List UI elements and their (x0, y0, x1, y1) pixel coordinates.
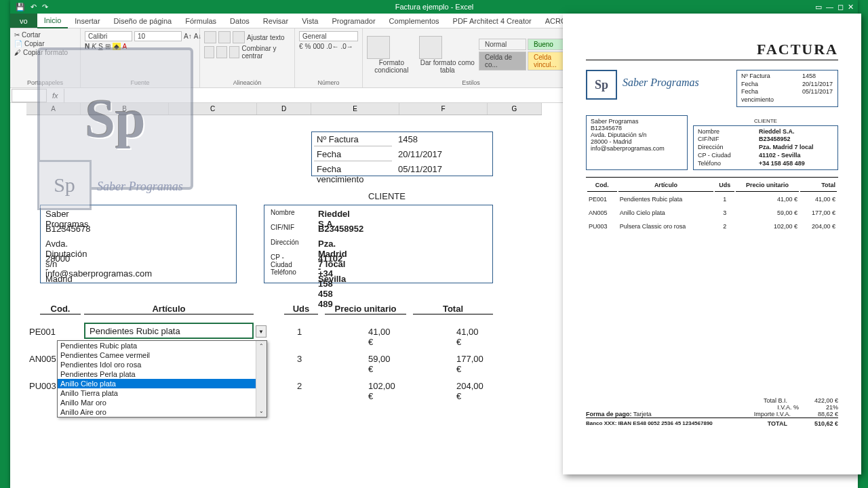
row1-uds[interactable]: 1 (294, 325, 304, 338)
group-font: Fuente (85, 79, 195, 86)
row2-uds[interactable]: 3 (294, 352, 304, 365)
col-a[interactable]: A (26, 103, 81, 115)
underline-button[interactable]: S (98, 43, 103, 50)
cl-tel-lbl: Teléfono (268, 267, 299, 277)
tab-formulas[interactable]: Fórmulas (178, 14, 223, 28)
font-name[interactable]: Calibri (85, 31, 132, 41)
val-fecha[interactable]: 20/11/2017 (395, 148, 445, 161)
dd-item-2[interactable]: Pendientes Idol oro rosa (58, 360, 267, 369)
scroll-down-icon[interactable]: ⌄ (256, 406, 267, 417)
dec-inc-icon[interactable]: .0← (326, 43, 338, 50)
col-b[interactable]: B (81, 103, 169, 115)
tab-insertar[interactable]: Insertar (68, 14, 106, 28)
close-icon[interactable]: ✕ (848, 3, 854, 12)
file-tab[interactable]: vo (10, 14, 37, 28)
row3-uds[interactable]: 2 (294, 380, 304, 392)
hdr-pu: Precio unitario (325, 304, 406, 314)
company-email[interactable]: info@saberprogramas.com (43, 267, 155, 280)
ribbon-opts-icon[interactable]: ▭ (815, 3, 822, 12)
align-bottom-icon[interactable] (233, 31, 245, 43)
dd-item-0[interactable]: Pendientes Rubic plata (58, 341, 267, 350)
align-left-icon[interactable] (204, 46, 214, 58)
align-right-icon[interactable] (229, 46, 239, 58)
style-check[interactable]: Celda de co... (479, 52, 526, 70)
style-normal[interactable]: Normal (479, 39, 526, 50)
dd-item-5[interactable]: Anillo Tierra plata (58, 388, 267, 398)
hdr-tot: Total (413, 304, 493, 314)
window-title: Factura ejemplo - Excel (395, 3, 474, 11)
tab-vista[interactable]: Vista (295, 14, 325, 28)
row1-tot[interactable]: 41,00 € (454, 325, 481, 348)
dec-dec-icon[interactable]: .0→ (341, 43, 353, 50)
format-as-table-button[interactable]: Dar formato como tabla (419, 36, 476, 74)
preview-row-2: AN005Anillo Cielo plata359,00 €177,00 € (587, 207, 837, 219)
tab-revisar[interactable]: Revisar (256, 14, 295, 28)
copy-button[interactable]: 📄 Copiar (14, 40, 76, 47)
currency-icon[interactable]: € (299, 43, 303, 50)
dropdown-button[interactable]: ▼ (256, 325, 267, 338)
col-d[interactable]: D (257, 103, 311, 115)
col-e[interactable]: E (311, 103, 399, 115)
percent-icon[interactable]: % (305, 43, 311, 50)
name-box[interactable] (12, 89, 47, 102)
align-center-icon[interactable] (216, 46, 226, 58)
group-align: Alineación (204, 79, 290, 86)
dd-item-3[interactable]: Pendientes Perla plata (58, 369, 267, 379)
align-middle-icon[interactable] (218, 31, 231, 43)
comma-icon[interactable]: 000 (313, 43, 324, 50)
val-no-factura[interactable]: 1458 (395, 133, 420, 146)
fx-icon[interactable]: fx (47, 92, 64, 100)
tab-programador[interactable]: Programador (325, 14, 382, 28)
titlebar: 💾 ↶ ↷ Factura ejemplo - Excel ▭ — ◻ ✕ (10, 0, 858, 14)
align-top-icon[interactable] (204, 31, 216, 43)
row2-pu[interactable]: 59,00 € (366, 352, 393, 375)
fill-color-button[interactable]: ◆ (113, 43, 121, 50)
preview-row-3: PU003Pulsera Classic oro rosa2102,00 €20… (587, 220, 837, 232)
wrap-text-button[interactable]: Ajustar texto (247, 34, 285, 41)
undo-icon[interactable]: ↶ (31, 3, 37, 12)
tab-datos[interactable]: Datos (223, 14, 256, 28)
row3-cod[interactable]: PU003 (26, 380, 59, 392)
dropdown-scrollbar[interactable]: ⌃ ⌄ (256, 341, 267, 417)
minimize-icon[interactable]: — (826, 3, 833, 12)
border-button[interactable]: ⊞ (105, 43, 111, 50)
number-format[interactable]: General (299, 31, 358, 41)
cut-button[interactable]: ✂ Cortar (14, 31, 76, 39)
dd-item-4[interactable]: Anillo Cielo plata (58, 379, 267, 388)
lbl-fecha: Fecha (314, 148, 392, 161)
conditional-format-button[interactable]: Formato condicional (367, 36, 416, 74)
col-c[interactable]: C (169, 103, 257, 115)
val-venc[interactable]: 05/11/2017 (395, 163, 445, 176)
merge-button[interactable]: Combinar y centrar (241, 45, 290, 60)
selected-cell[interactable]: Pendientes Rubic plata (84, 323, 254, 339)
col-f[interactable]: F (399, 103, 488, 115)
format-painter-button[interactable]: 🖌 Copiar formato (14, 49, 76, 56)
col-g[interactable]: G (488, 103, 542, 115)
cl-cif[interactable]: B23458952 (315, 222, 366, 235)
font-size[interactable]: 10 (134, 31, 182, 41)
group-styles: Estilos (367, 79, 575, 86)
tab-complementos[interactable]: Complementos (382, 14, 446, 28)
tab-pdf[interactable]: PDF Architect 4 Creator (446, 14, 538, 28)
inc-font-icon[interactable]: A↑ (184, 33, 192, 40)
row3-pu[interactable]: 102,00 € (366, 380, 398, 403)
row1-cod[interactable]: PE001 (26, 325, 58, 338)
row1-pu[interactable]: 41,00 € (366, 325, 393, 348)
row2-tot[interactable]: 177,00 € (454, 352, 486, 375)
maximize-icon[interactable]: ◻ (837, 3, 844, 12)
font-color-button[interactable]: A (123, 43, 127, 50)
redo-icon[interactable]: ↷ (42, 3, 48, 12)
bold-button[interactable]: N (85, 43, 90, 50)
dd-item-1[interactable]: Pendientes Camee vermeil (58, 350, 267, 360)
row3-tot[interactable]: 204,00 € (454, 380, 486, 403)
company-cif[interactable]: B12345678 (43, 222, 94, 235)
save-icon[interactable]: 💾 (16, 3, 25, 12)
row2-cod[interactable]: AN005 (26, 352, 59, 365)
scroll-up-icon[interactable]: ⌃ (256, 341, 267, 352)
tab-diseno[interactable]: Diseño de página (107, 14, 179, 28)
dd-item-7[interactable]: Anillo Aire oro (58, 407, 267, 417)
dd-item-6[interactable]: Anillo Mar oro (58, 398, 267, 407)
tab-inicio[interactable]: Inicio (37, 14, 68, 28)
dropdown-list[interactable]: Pendientes Rubic plata Pendientes Camee … (57, 340, 267, 418)
italic-button[interactable]: K (92, 43, 96, 50)
